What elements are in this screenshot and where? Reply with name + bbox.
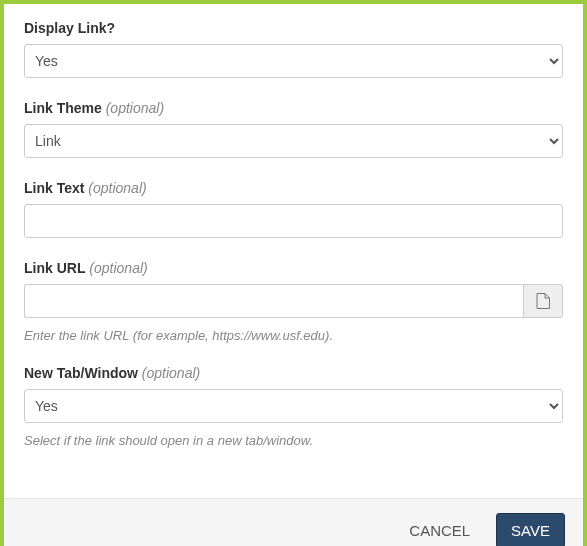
form-frame: Display Link? Yes Link Theme (optional) … (0, 0, 587, 546)
link-url-label-text: Link URL (24, 260, 85, 276)
display-link-label-text: Display Link? (24, 20, 115, 36)
cancel-button[interactable]: CANCEL (395, 514, 484, 546)
link-text-label: Link Text (optional) (24, 180, 563, 196)
new-tab-label-text: New Tab/Window (24, 365, 138, 381)
field-display-link: Display Link? Yes (24, 20, 563, 78)
link-text-optional: (optional) (88, 180, 146, 196)
save-button[interactable]: SAVE (496, 513, 565, 546)
link-url-label: Link URL (optional) (24, 260, 563, 276)
new-tab-help: Select if the link should open in a new … (24, 433, 563, 448)
link-theme-select[interactable]: Link (24, 124, 563, 158)
link-url-group (24, 284, 563, 318)
form-body: Display Link? Yes Link Theme (optional) … (4, 4, 583, 498)
field-link-url: Link URL (optional) Enter the link URL (… (24, 260, 563, 343)
link-url-help: Enter the link URL (for example, https:/… (24, 328, 563, 343)
field-link-theme: Link Theme (optional) Link (24, 100, 563, 158)
link-url-input[interactable] (24, 284, 523, 318)
link-text-input[interactable] (24, 204, 563, 238)
field-new-tab: New Tab/Window (optional) Yes Select if … (24, 365, 563, 448)
form-footer: CANCEL SAVE (4, 498, 583, 546)
new-tab-optional: (optional) (142, 365, 200, 381)
new-tab-label: New Tab/Window (optional) (24, 365, 563, 381)
link-text-label-text: Link Text (24, 180, 84, 196)
link-theme-label: Link Theme (optional) (24, 100, 563, 116)
link-theme-label-text: Link Theme (24, 100, 102, 116)
display-link-label: Display Link? (24, 20, 563, 36)
new-tab-select[interactable]: Yes (24, 389, 563, 423)
link-url-optional: (optional) (89, 260, 147, 276)
display-link-select[interactable]: Yes (24, 44, 563, 78)
link-theme-optional: (optional) (106, 100, 164, 116)
field-link-text: Link Text (optional) (24, 180, 563, 238)
file-icon (536, 293, 550, 309)
link-url-browse-button[interactable] (523, 284, 563, 318)
